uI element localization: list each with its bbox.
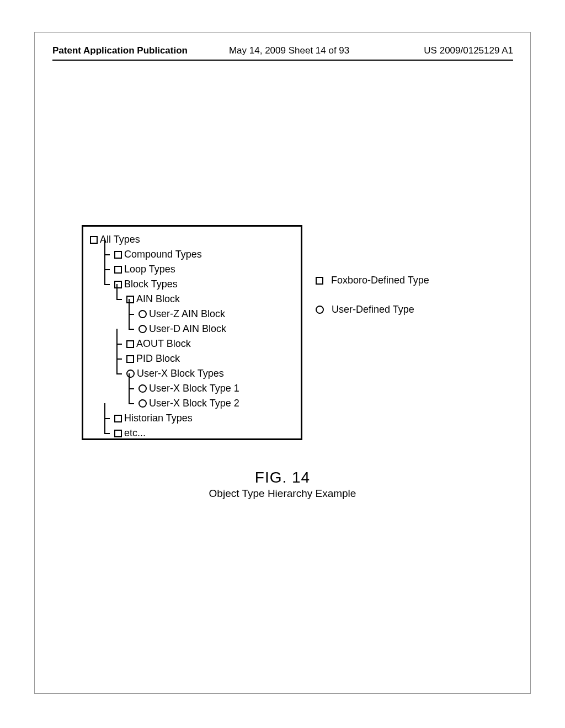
tree-label: User-Z AIN Block xyxy=(149,307,225,321)
tree-label: PID Block xyxy=(136,351,180,366)
circle-icon xyxy=(138,384,147,393)
square-icon xyxy=(126,296,134,303)
tree-root: All Types xyxy=(90,232,294,247)
figure-title: Object Type Hierarchy Example xyxy=(0,488,565,500)
tree-label: Loop Types xyxy=(124,262,175,276)
tree-label: etc... xyxy=(124,426,146,440)
circle-icon xyxy=(126,370,135,378)
tree-label: Historian Types xyxy=(124,411,193,425)
legend-user: User-Defined Type xyxy=(316,304,429,315)
header-publication: Patent Application Publication xyxy=(52,45,188,56)
square-icon xyxy=(126,355,134,363)
tree-label: All Types xyxy=(100,232,140,247)
square-icon xyxy=(114,266,122,274)
square-icon xyxy=(316,277,323,285)
circle-icon xyxy=(138,399,147,408)
circle-icon xyxy=(316,306,324,314)
legend-foxboro: Foxboro-Defined Type xyxy=(316,275,429,286)
tree-label: AOUT Block xyxy=(136,336,191,351)
tree-label: User-X Block Type 2 xyxy=(149,396,239,410)
tree-item: User-D AIN Block xyxy=(90,322,294,336)
type-hierarchy-box: All Types Compound Types Loop Types Bloc… xyxy=(82,225,302,440)
header-patent-id: US 2009/0125129 A1 xyxy=(424,45,513,56)
tree-item: Block Types xyxy=(90,277,294,292)
legend: Foxboro-Defined Type User-Defined Type xyxy=(316,275,429,333)
tree-item: Compound Types xyxy=(90,247,294,262)
tree-label: User-X Block Type 1 xyxy=(149,381,239,395)
page-header: Patent Application Publication May 14, 2… xyxy=(52,45,513,56)
legend-label: User-Defined Type xyxy=(332,304,414,315)
tree-item: Loop Types xyxy=(90,262,294,277)
tree-item: User-X Block Type 1 xyxy=(90,381,294,396)
tree-item: AOUT Block xyxy=(90,336,294,351)
square-icon xyxy=(90,236,98,244)
figure-number: FIG. 14 xyxy=(0,469,565,486)
header-date-sheet: May 14, 2009 Sheet 14 of 93 xyxy=(229,45,349,56)
tree-label: Compound Types xyxy=(124,247,202,261)
tree-item: PID Block xyxy=(90,351,294,366)
tree-item: User-X Block Types xyxy=(90,366,294,381)
circle-icon xyxy=(138,325,147,333)
tree-label: AIN Block xyxy=(136,292,180,306)
type-hierarchy-tree: All Types Compound Types Loop Types Bloc… xyxy=(90,232,294,441)
square-icon xyxy=(114,251,122,259)
header-rule xyxy=(52,60,513,61)
tree-item: AIN Block xyxy=(90,292,294,307)
tree-item: User-Z AIN Block xyxy=(90,307,294,322)
circle-icon xyxy=(138,310,147,318)
tree-item: User-X Block Type 2 xyxy=(90,396,294,411)
tree-item: Historian Types xyxy=(90,411,294,426)
tree-label: Block Types xyxy=(124,277,178,291)
tree-label: User-D AIN Block xyxy=(149,322,226,336)
figure-caption: FIG. 14 Object Type Hierarchy Example xyxy=(0,469,565,500)
legend-label: Foxboro-Defined Type xyxy=(331,275,429,286)
square-icon xyxy=(114,415,122,422)
tree-label: User-X Block Types xyxy=(137,366,224,381)
square-icon xyxy=(126,340,134,348)
tree-item: etc... xyxy=(90,426,294,441)
square-icon xyxy=(114,430,122,437)
square-icon xyxy=(114,281,122,288)
